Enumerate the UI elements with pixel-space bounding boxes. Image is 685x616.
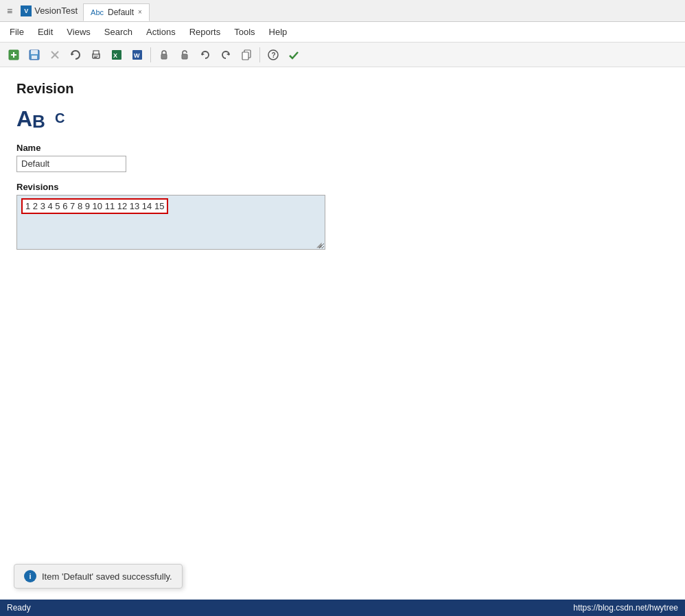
revision-a-letter: A: [16, 108, 32, 130]
refresh-button[interactable]: [66, 45, 85, 64]
save-button[interactable]: [25, 45, 44, 64]
toolbar-sep-1: [150, 47, 151, 62]
menu-file[interactable]: File: [3, 24, 31, 40]
toolbar: X W: [0, 43, 685, 67]
menu-bar: File Edit Views Search Actions Reports T…: [0, 22, 685, 43]
add-button[interactable]: [4, 45, 23, 64]
menu-reports[interactable]: Reports: [183, 24, 228, 40]
revisions-box[interactable]: 1 2 3 4 5 6 7 8 9 10 11 12 13 14 15 ◢: [16, 195, 325, 250]
toast-info-icon: i: [24, 570, 36, 582]
revisions-selected-text: 1 2 3 4 5 6 7 8 9 10 11 12 13 14 15: [21, 198, 168, 214]
toast-message: Item 'Default' saved successfully.: [42, 571, 172, 582]
help-button[interactable]: ?: [264, 45, 283, 64]
copy-button[interactable]: [237, 45, 256, 64]
revision-c-letter: C: [55, 110, 65, 126]
menu-views[interactable]: Views: [60, 24, 97, 40]
tab-abc-icon: Abc: [91, 8, 104, 16]
svg-rect-10: [93, 51, 99, 54]
unlock-button[interactable]: [175, 45, 194, 64]
form-area: Revision A B C Name Revisions 1 2 3 4 5 …: [0, 67, 685, 600]
resize-handle[interactable]: ◢: [316, 241, 323, 248]
check-button[interactable]: [284, 45, 303, 64]
undo-button[interactable]: [196, 45, 215, 64]
menu-edit[interactable]: Edit: [31, 24, 60, 40]
print-button[interactable]: [86, 45, 106, 64]
notification-toast: i Item 'Default' saved successfully.: [14, 564, 183, 589]
excel-button[interactable]: X: [107, 45, 126, 64]
status-left: Ready: [7, 603, 31, 613]
status-right: https://blog.csdn.net/hwytree: [573, 603, 678, 613]
status-bar: Ready https://blog.csdn.net/hwytree: [0, 600, 685, 616]
menu-search[interactable]: Search: [97, 24, 139, 40]
revision-icon: A B C: [16, 108, 669, 132]
main-content: Revision A B C Name Revisions 1 2 3 4 5 …: [0, 67, 685, 600]
revisions-field-group: Revisions 1 2 3 4 5 6 7 8 9 10 11 12 13 …: [16, 182, 669, 250]
name-input[interactable]: [16, 156, 126, 172]
delete-button[interactable]: [45, 45, 65, 64]
menu-tools[interactable]: Tools: [227, 24, 262, 40]
revisions-label: Revisions: [16, 182, 669, 192]
svg-rect-5: [32, 56, 37, 59]
title-bar: ≡ V VesionTest Abc Default ×: [0, 0, 685, 22]
svg-marker-8: [71, 53, 74, 56]
svg-rect-19: [182, 54, 187, 59]
svg-rect-23: [242, 52, 248, 60]
app-icon: V: [21, 5, 32, 16]
tab-close-button[interactable]: ×: [138, 8, 142, 16]
revision-b-letter: B: [32, 112, 45, 132]
menu-actions[interactable]: Actions: [139, 24, 183, 40]
svg-text:?: ?: [272, 51, 276, 59]
redo-button[interactable]: [216, 45, 235, 64]
svg-rect-4: [31, 50, 38, 54]
app-title: V VesionTest: [21, 5, 78, 16]
content-wrapper: Revision A B C Name Revisions 1 2 3 4 5 …: [0, 67, 685, 616]
svg-marker-21: [227, 53, 229, 56]
svg-rect-18: [161, 54, 167, 59]
lock-button[interactable]: [154, 45, 174, 64]
word-button[interactable]: W: [128, 45, 147, 64]
hamburger-menu[interactable]: ≡: [4, 4, 15, 18]
app-name: VesionTest: [34, 5, 78, 16]
svg-text:W: W: [134, 52, 140, 59]
section-title: Revision: [16, 81, 669, 97]
svg-text:X: X: [113, 52, 117, 59]
svg-marker-20: [202, 53, 205, 56]
toolbar-sep-2: [259, 47, 260, 62]
name-field-group: Name: [16, 143, 669, 172]
menu-help[interactable]: Help: [262, 24, 294, 40]
tab-default[interactable]: Abc Default ×: [83, 3, 150, 21]
name-label: Name: [16, 143, 669, 153]
tab-label: Default: [108, 8, 134, 17]
